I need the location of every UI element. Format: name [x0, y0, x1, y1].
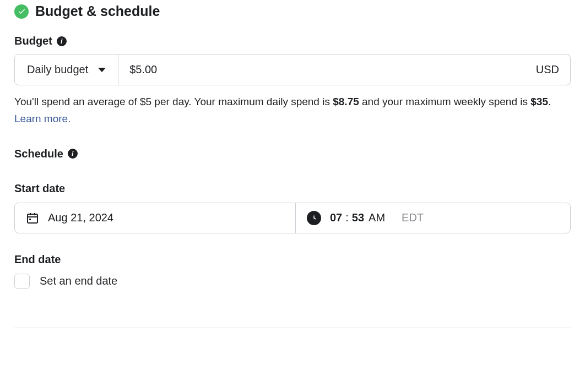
budget-label: Budget — [14, 35, 52, 47]
time-hour: 07 — [330, 211, 342, 224]
budget-amount-input[interactable] — [129, 63, 536, 76]
budget-type-selected: Daily budget — [27, 63, 88, 76]
end-date-label: End date — [14, 253, 571, 266]
section-title: Budget & schedule — [35, 3, 160, 19]
clock-icon — [307, 211, 321, 225]
start-date-value: Aug 21, 2024 — [48, 211, 113, 224]
helper-max-daily: $8.75 — [333, 96, 359, 107]
schedule-label: Schedule — [14, 148, 63, 160]
start-date-field[interactable]: Aug 21, 2024 — [15, 203, 296, 233]
check-circle-icon — [14, 4, 29, 19]
start-datetime-row: Aug 21, 2024 07:53 AM EDT — [14, 203, 571, 233]
start-time-value: 07:53 AM — [330, 211, 385, 224]
budget-type-select[interactable]: Daily budget — [14, 54, 118, 85]
chevron-down-icon — [98, 68, 106, 72]
helper-max-weekly: $35 — [530, 96, 548, 107]
helper-post: . — [548, 96, 551, 107]
svg-rect-4 — [29, 219, 31, 220]
learn-more-link[interactable]: Learn more. — [14, 113, 71, 124]
end-date-checkbox-row: Set an end date — [14, 274, 571, 289]
start-date-label: Start date — [14, 182, 571, 195]
info-icon[interactable]: i — [57, 36, 67, 46]
end-date-checkbox[interactable] — [14, 274, 30, 289]
budget-helper-text: You'll spend an average of $5 per day. Y… — [14, 93, 565, 128]
start-time-field[interactable]: 07:53 AM EDT — [296, 203, 570, 233]
helper-pre: You'll spend an average of $5 per day. Y… — [14, 96, 333, 107]
divider — [14, 328, 571, 328]
section-header: Budget & schedule — [14, 3, 571, 19]
budget-amount-field[interactable]: USD — [118, 54, 571, 85]
time-ampm: AM — [369, 211, 385, 224]
timezone: EDT — [402, 211, 424, 224]
budget-row: Daily budget USD — [14, 54, 571, 85]
time-minute: 53 — [352, 211, 364, 224]
svg-line-6 — [314, 218, 316, 219]
budget-label-row: Budget i — [14, 35, 67, 47]
calendar-icon — [26, 211, 39, 225]
info-icon[interactable]: i — [68, 149, 78, 159]
helper-mid: and your maximum weekly spend is — [359, 96, 531, 107]
end-date-checkbox-label: Set an end date — [40, 275, 117, 287]
svg-rect-0 — [28, 214, 37, 223]
currency-label: USD — [536, 63, 559, 76]
schedule-label-row: Schedule i — [14, 148, 78, 160]
